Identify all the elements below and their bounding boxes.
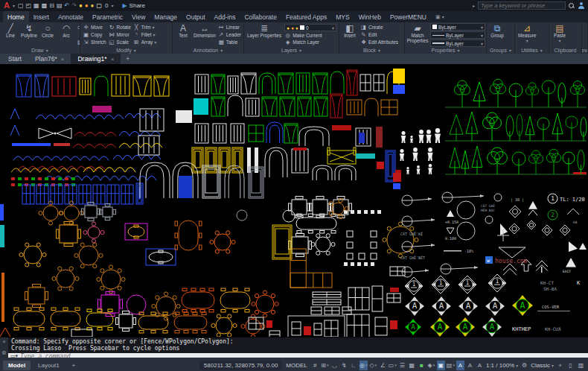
layers-panel-title[interactable]: Layers▾: [244, 46, 339, 54]
copy-tool-button[interactable]: ▣Copy: [83, 31, 106, 38]
transparency-icon[interactable]: ▦: [408, 361, 416, 370]
close-tab-icon[interactable]: ×: [111, 56, 115, 63]
open-folder-icon[interactable]: ◰: [26, 3, 32, 9]
edit-attributes-button[interactable]: ❖Edit Attributes: [360, 39, 398, 45]
match-properties-button[interactable]: ▰Match Properties: [407, 23, 428, 47]
rotate-tool-button[interactable]: ↻Rotate: [109, 24, 131, 31]
table-button[interactable]: ▦Table: [218, 39, 241, 45]
stretch-tool-button[interactable]: ⇲Stretch: [83, 39, 106, 45]
polar-tracking-icon[interactable]: ◎▾: [359, 361, 368, 370]
menu-tab-mys[interactable]: MYS: [331, 11, 354, 22]
new-file-icon[interactable]: ▢: [18, 3, 24, 9]
close-command-icon[interactable]: ×: [2, 339, 5, 344]
menu-tab-manage[interactable]: Manage: [150, 11, 182, 22]
autoscale-icon[interactable]: ▤▾: [447, 361, 455, 370]
isometric-drafting-icon[interactable]: ◇▾: [369, 361, 377, 370]
object-snap-tracking-icon[interactable]: ∠: [379, 361, 387, 370]
array-tool-button[interactable]: ⊞Array▾: [133, 39, 157, 45]
layer-bulb-icon[interactable]: ●: [79, 3, 83, 9]
file-tab-drawing1-[interactable]: Drawing1*×: [71, 54, 121, 64]
qat-customize-caret-icon[interactable]: ▾: [111, 3, 113, 8]
save-icon[interactable]: ▦: [33, 3, 39, 9]
annotation-panel-title[interactable]: Annotation▾: [173, 46, 243, 54]
redo-icon[interactable]: ↷: [71, 3, 77, 9]
app-logo[interactable]: A: [4, 1, 10, 10]
infer-constraints-icon[interactable]: ◡: [330, 361, 339, 370]
mirror-tool-button[interactable]: ⋈Mirror: [109, 31, 131, 38]
group-button[interactable]: ⧉Group: [489, 23, 505, 46]
file-tab-plan76-[interactable]: Plan76*×: [28, 54, 71, 64]
crosshair-icon[interactable]: +: [556, 361, 564, 370]
properties-panel-title[interactable]: Properties▾: [405, 47, 486, 54]
groups-panel-title[interactable]: Groups▾: [487, 46, 514, 54]
ortho-mode-icon[interactable]: ∟: [350, 361, 358, 370]
grid-display-icon[interactable]: #: [311, 361, 319, 370]
close-tab-icon[interactable]: ×: [61, 56, 65, 63]
menu-tab-insert[interactable]: Insert: [29, 11, 54, 22]
print-icon[interactable]: ▤: [57, 3, 63, 9]
polyline-tool-button[interactable]: ↯Polyline: [21, 23, 37, 46]
plot-icon[interactable]: ⊟: [49, 3, 54, 9]
add-layout-button[interactable]: +: [67, 361, 81, 370]
save-as-icon[interactable]: ▩: [42, 3, 48, 9]
view-panel-title[interactable]: View▾: [582, 46, 587, 54]
insert-block-button[interactable]: ◧Insert: [342, 23, 358, 46]
layer-freeze-ic[interactable]: ●: [85, 3, 89, 9]
annotation-monitor-icon[interactable]: A: [476, 361, 484, 370]
scale-tool-button[interactable]: ◱Scale: [109, 39, 131, 45]
dynamic-input-icon[interactable]: ↯: [340, 361, 348, 370]
snap-mode-icon[interactable]: ⊞▾: [321, 361, 329, 370]
fillet-tool-button[interactable]: ◝Fillet▾: [133, 31, 157, 38]
object-snap-icon[interactable]: ▭▾: [389, 361, 397, 370]
undo-icon[interactable]: ↶: [64, 3, 69, 9]
match-layer-button[interactable]: ◈Match Layer: [284, 39, 336, 45]
menu-tab-home[interactable]: Home: [3, 11, 29, 22]
object-color-combo[interactable]: ByLayer▾: [430, 23, 485, 31]
annotation-scale-up-icon[interactable]: A: [466, 361, 474, 370]
leader-button[interactable]: ↗Leader: [218, 31, 241, 38]
isolate-objects-icon[interactable]: ▯: [566, 361, 575, 370]
model-tab[interactable]: Model: [3, 361, 31, 370]
move-tool-button[interactable]: ✛Move: [83, 24, 106, 31]
new-drawing-tab-button[interactable]: +: [121, 54, 134, 64]
base-view-button[interactable]: ◩Base: [584, 23, 588, 46]
layer-swatch-icon[interactable]: ▢: [96, 3, 102, 9]
modify-panel-title[interactable]: Modify▾: [80, 46, 172, 54]
search-icon[interactable]: [569, 3, 575, 9]
model-space-label[interactable]: MODEL: [284, 362, 308, 369]
make-current-button[interactable]: ◎Make Current: [284, 32, 336, 39]
menu-tab-parametric[interactable]: Parametric: [88, 11, 127, 22]
annotation-scale-control[interactable]: 1:1 / 100%▾: [486, 362, 518, 369]
annotation-visibility-icon[interactable]: ▣: [437, 361, 445, 370]
menu-tab-featured-apps[interactable]: Featured Apps: [281, 11, 331, 22]
selection-cycling-icon[interactable]: ■: [418, 361, 426, 370]
status-customize-icon[interactable]: ▥: [577, 361, 585, 370]
ribbon-display-toggle[interactable]: ▣▾: [431, 11, 449, 22]
paste-button[interactable]: ▤Paste▾: [552, 23, 568, 46]
sign-in-icon[interactable]: [578, 2, 584, 9]
circle-tool-button[interactable]: ○Circle: [39, 23, 56, 46]
file-tab-start[interactable]: Start: [1, 54, 28, 64]
menu-tab-add-ins[interactable]: Add-ins: [210, 11, 240, 22]
create-block-button[interactable]: ◨Create: [360, 24, 398, 31]
app-menu-caret-icon[interactable]: ▾: [13, 3, 15, 8]
layout1-tab[interactable]: Layout1: [33, 361, 64, 370]
layer-lock-icon[interactable]: ●: [91, 3, 95, 9]
menu-tab-annotate[interactable]: Annotate: [54, 11, 88, 22]
search-expand-icon[interactable]: ▸: [473, 3, 475, 8]
linear-dim-button[interactable]: ↦Linear: [218, 24, 241, 31]
menu-tab-collaborate[interactable]: Collaborate: [240, 11, 281, 22]
measure-button[interactable]: ⊿Measure▾: [517, 23, 537, 46]
layer-select-combo[interactable]: ●●● 0 ▾: [284, 24, 336, 31]
layer-properties-button[interactable]: ≣Layer Properties: [246, 23, 282, 46]
text-tool-button[interactable]: AText: [175, 23, 191, 46]
command-settings-icon[interactable]: ⚙: [1, 350, 6, 356]
customization-gear-icon[interactable]: ⚙: [520, 361, 528, 370]
menu-tab-winheb[interactable]: WinHeb: [354, 11, 386, 22]
workspace-switcher[interactable]: Classic▾: [531, 362, 554, 369]
share-button[interactable]: ▶Share: [122, 2, 145, 9]
dimension-tool-button[interactable]: ↔Dimension: [194, 23, 216, 46]
arc-tool-button[interactable]: ◠Arc: [58, 23, 74, 46]
linetype-combo[interactable]: ByLayer▾: [430, 31, 485, 39]
drawing-canvas[interactable]: CẮT GHẾ KỆCẮT GHẾ BẾTCẮT GHẾMÊN BỌC+0.15…: [0, 64, 588, 337]
